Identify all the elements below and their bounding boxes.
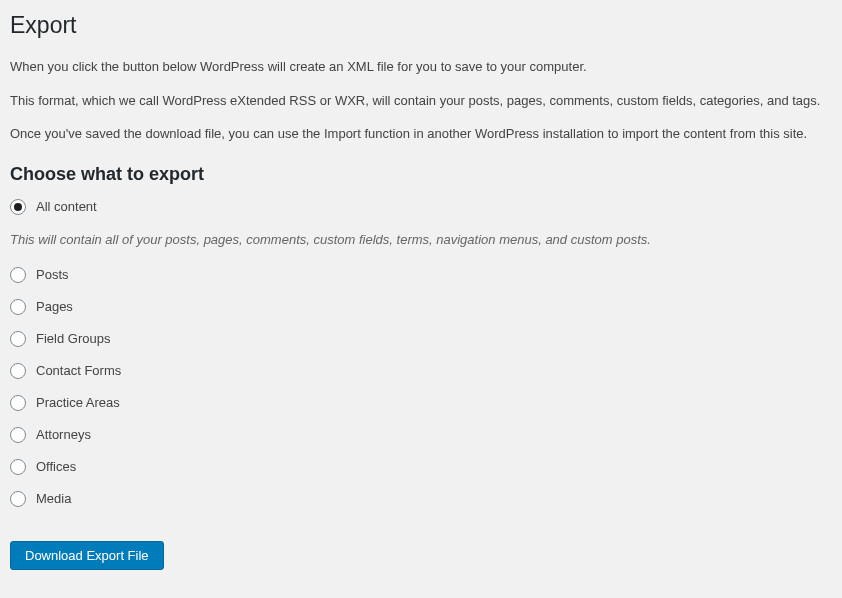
all-content-hint: This will contain all of your posts, pag… — [10, 231, 832, 249]
choose-heading: Choose what to export — [10, 164, 832, 185]
intro-paragraph-1: When you click the button below WordPres… — [10, 57, 832, 77]
radio-label: Media — [36, 491, 71, 506]
download-export-button[interactable]: Download Export File — [10, 541, 164, 570]
radio-label: Offices — [36, 459, 76, 474]
radio-label: Attorneys — [36, 427, 91, 442]
radio-label: Pages — [36, 299, 73, 314]
radio-label: Practice Areas — [36, 395, 120, 410]
radio-icon — [10, 331, 26, 347]
radio-icon — [10, 267, 26, 283]
radio-icon — [10, 199, 26, 215]
radio-icon — [10, 299, 26, 315]
radio-icon — [10, 395, 26, 411]
intro-paragraph-3: Once you've saved the download file, you… — [10, 124, 832, 144]
radio-label: All content — [36, 199, 97, 214]
radio-label: Posts — [36, 267, 69, 282]
radio-field-groups[interactable]: Field Groups — [10, 331, 832, 347]
radio-icon — [10, 363, 26, 379]
radio-offices[interactable]: Offices — [10, 459, 832, 475]
page-title: Export — [10, 12, 832, 39]
radio-contact-forms[interactable]: Contact Forms — [10, 363, 832, 379]
radio-practice-areas[interactable]: Practice Areas — [10, 395, 832, 411]
radio-label: Contact Forms — [36, 363, 121, 378]
radio-attorneys[interactable]: Attorneys — [10, 427, 832, 443]
radio-icon — [10, 459, 26, 475]
radio-all-content[interactable]: All content — [10, 199, 832, 215]
radio-icon — [10, 427, 26, 443]
radio-label: Field Groups — [36, 331, 110, 346]
radio-posts[interactable]: Posts — [10, 267, 832, 283]
radio-media[interactable]: Media — [10, 491, 832, 507]
radio-pages[interactable]: Pages — [10, 299, 832, 315]
radio-icon — [10, 491, 26, 507]
intro-paragraph-2: This format, which we call WordPress eXt… — [10, 91, 832, 111]
